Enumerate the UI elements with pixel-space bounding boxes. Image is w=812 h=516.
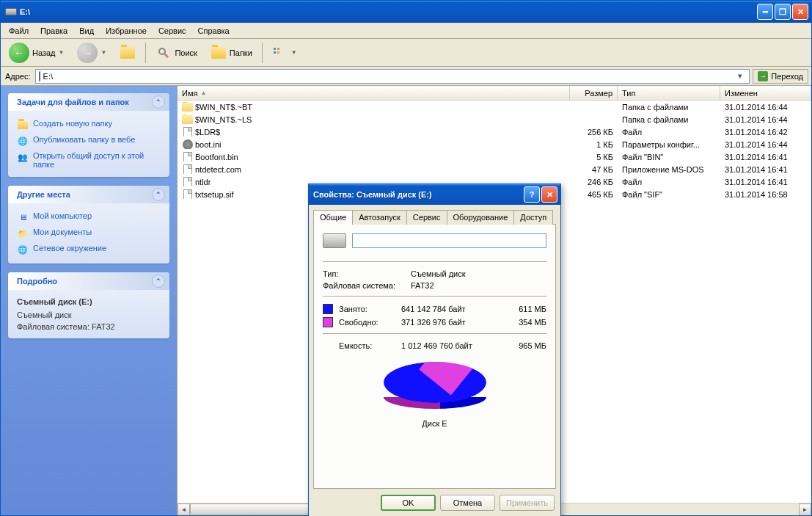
menu-tools[interactable]: Сервис [153,25,191,37]
details-panel: Подробно ⌃ Съемный диск (E:) Съемный дис… [8,272,169,338]
used-mb: 611 МБ [502,305,546,313]
svg-point-0 [159,48,165,54]
search-icon [156,45,172,61]
menu-favorites[interactable]: Избранное [100,25,152,37]
address-field[interactable]: ▾ [35,69,750,84]
forward-icon: → [77,43,98,63]
drive-icon [39,72,40,81]
views-button[interactable]: ▼ [267,42,302,64]
sidebar: Задачи для файлов и папок ⌃ Создать нову… [1,86,177,515]
address-input[interactable] [43,72,732,81]
divider [323,261,546,262]
file-icon [182,177,193,186]
fs-value: FAT32 [411,281,434,290]
file-name: txtsetup.sif [195,190,234,199]
addressbar: Адрес: ▾ → Переход [1,67,811,86]
col-type[interactable]: Тип [618,86,720,100]
address-dropdown[interactable]: ▾ [734,71,746,81]
file-type: Приложение MS-DOS [618,165,720,174]
svg-rect-5 [277,51,279,54]
tab-general[interactable]: Общие [313,210,353,225]
place-my-documents[interactable]: 📁Мои документы [17,225,161,241]
file-name: boot.ini [195,140,221,149]
file-icon [182,127,193,137]
folders-button[interactable]: Папки [205,42,257,64]
chevron-up-icon: ⌃ [152,95,165,109]
up-button[interactable] [114,42,141,64]
file-modified: 31.01.2014 16:42 [720,128,811,137]
menu-file[interactable]: Файл [4,25,34,37]
used-color-swatch [323,304,333,314]
divider [323,333,546,334]
file-modified: 31.01.2014 16:58 [720,190,811,199]
scroll-left-button[interactable]: ◄ [178,504,190,516]
share-icon: 👥 [17,151,29,163]
task-new-folder[interactable]: Создать новую папку [17,117,161,133]
column-headers: Имя ▲ Размер Тип Изменен [178,86,811,101]
address-label: Адрес: [4,72,32,81]
drive-icon [5,6,17,18]
svg-rect-3 [277,48,279,50]
dialog-tabs: Общие Автозапуск Сервис Оборудование Дос… [313,209,556,224]
tasks-header[interactable]: Задачи для файлов и папок ⌃ [8,93,169,111]
titlebar[interactable]: E:\ ━ ❐ ✕ [1,1,811,23]
menu-edit[interactable]: Правка [35,25,73,37]
folders-label: Папки [230,48,252,57]
search-button[interactable]: Поиск [150,42,202,64]
file-row[interactable]: ntdetect.com47 КБПриложение MS-DOS31.01.… [178,163,811,175]
file-row[interactable]: $WIN_NT$.~LSПапка с файлами31.01.2014 16… [178,113,811,126]
col-name[interactable]: Имя ▲ [178,86,570,100]
file-modified: 31.01.2014 16:44 [720,140,811,149]
place-my-computer[interactable]: 🖥Мой компьютер [17,209,161,225]
file-modified: 31.01.2014 16:44 [720,115,811,124]
place-network[interactable]: 🌐Сетевое окружение [17,241,161,258]
fs-label: Файловая система: [323,281,411,290]
file-row[interactable]: $WIN_NT$.~BTПапка с файлами31.01.2014 16… [178,101,811,113]
tab-sharing[interactable]: Доступ [513,210,553,225]
help-button[interactable]: ? [524,186,540,203]
places-header[interactable]: Другие места ⌃ [8,186,169,203]
tab-autorun[interactable]: Автозапуск [352,210,407,225]
details-header[interactable]: Подробно ⌃ [8,272,169,290]
capacity-mb: 965 МБ [502,341,546,350]
file-row[interactable]: boot.ini1 КБПараметры конфиг...31.01.201… [178,138,811,150]
dialog-close-button[interactable]: ✕ [541,186,557,203]
file-name: $WIN_NT$.~LS [195,115,252,124]
type-value: Съемный диск [411,269,466,278]
file-row[interactable]: $LDR$256 КБФайл31.01.2014 16:42 [178,126,811,138]
file-size: 5 КБ [570,153,618,161]
type-label: Тип: [323,269,411,278]
menu-help[interactable]: Справка [193,25,235,37]
file-modified: 31.01.2014 16:44 [720,103,811,112]
tasks-title: Задачи для файлов и папок [17,98,129,106]
file-size: 256 КБ [570,128,618,137]
volume-label-input[interactable] [352,233,546,248]
menu-view[interactable]: Вид [74,25,99,37]
dialog-titlebar[interactable]: Свойства: Съемный диск (E:) ? ✕ [309,184,560,205]
cancel-button[interactable]: Отмена [440,495,495,511]
task-publish[interactable]: 🌐Опубликовать папку в вебе [17,133,161,149]
tab-tools[interactable]: Сервис [406,210,447,225]
col-size[interactable]: Размер [570,86,618,100]
col-modified[interactable]: Изменен [720,86,811,100]
maximize-button[interactable]: ❐ [775,4,791,20]
ok-button[interactable]: OK [381,495,436,511]
forward-button[interactable]: → ▼ [72,42,111,64]
apply-button[interactable]: Применить [500,495,555,511]
go-button[interactable]: → Переход [753,69,808,84]
task-share[interactable]: 👥Открыть общий доступ к этой папке [17,149,161,171]
go-arrow-icon: → [758,71,768,81]
menubar: Файл Правка Вид Избранное Сервис Справка [1,23,811,39]
file-size: 47 КБ [570,165,618,174]
properties-dialog: Свойства: Съемный диск (E:) ? ✕ Общие Ав… [308,183,561,516]
file-row[interactable]: Bootfont.bin5 КБФайл "BIN"31.01.2014 16:… [178,150,811,163]
file-name: Bootfont.bin [195,153,238,161]
file-size: 246 КБ [570,178,618,186]
scroll-right-button[interactable]: ► [799,504,811,516]
back-button[interactable]: ← Назад ▼ [4,42,69,64]
minimize-button[interactable]: ━ [757,4,773,20]
chevron-down-icon: ▼ [59,49,65,56]
tab-hardware[interactable]: Оборудование [447,210,515,225]
close-button[interactable]: ✕ [792,4,808,20]
file-type: Файл "SIF" [618,190,720,199]
